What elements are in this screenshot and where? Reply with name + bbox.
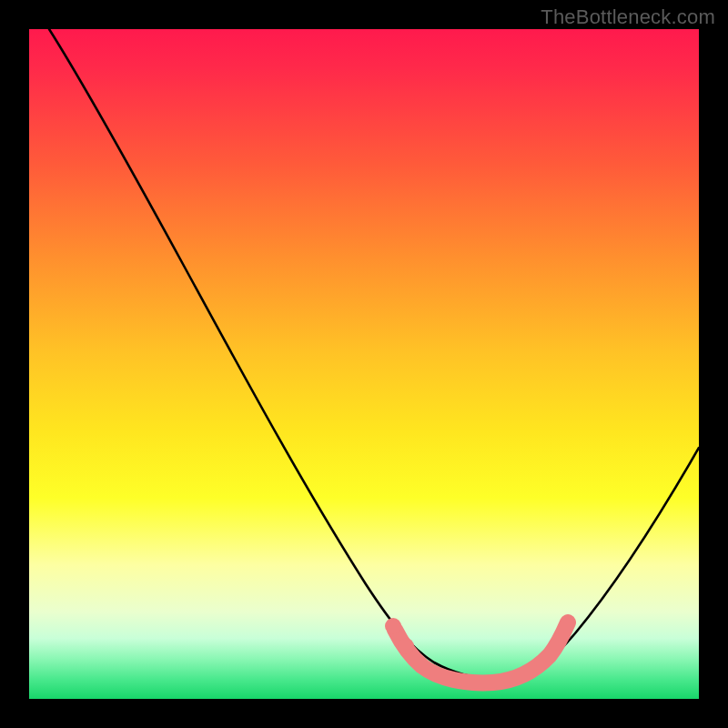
highlight-dot [398,638,414,654]
bottleneck-curve [49,29,699,678]
plot-area [29,29,699,699]
chart-frame: TheBottleneck.com [0,0,728,728]
curve-layer [29,29,699,699]
watermark-text: TheBottleneck.com [541,5,715,29]
